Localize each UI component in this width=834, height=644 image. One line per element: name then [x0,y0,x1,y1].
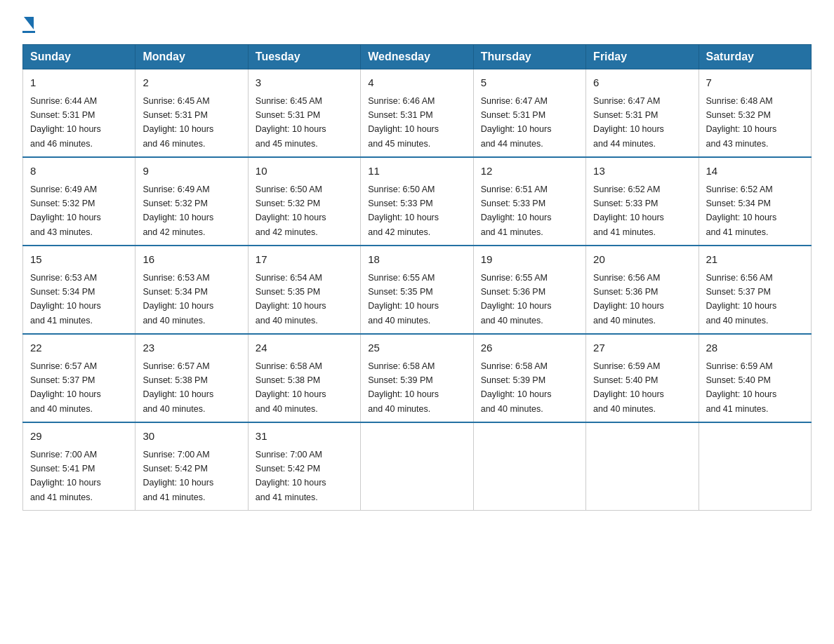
day-number: 13 [593,163,691,180]
calendar-cell: 23 Sunrise: 6:57 AMSunset: 5:38 PMDaylig… [135,334,248,422]
day-info: Sunrise: 6:50 AMSunset: 5:33 PMDaylight:… [368,185,439,237]
day-info: Sunrise: 7:00 AMSunset: 5:42 PMDaylight:… [143,450,213,502]
calendar-cell: 25 Sunrise: 6:58 AMSunset: 5:39 PMDaylig… [361,334,473,422]
calendar-header-row: SundayMondayTuesdayWednesdayThursdayFrid… [23,45,812,69]
day-info: Sunrise: 6:52 AMSunset: 5:33 PMDaylight:… [593,185,664,237]
calendar-cell: 9 Sunrise: 6:49 AMSunset: 5:32 PMDayligh… [135,157,248,246]
calendar-cell: 24 Sunrise: 6:58 AMSunset: 5:38 PMDaylig… [248,334,360,422]
calendar-cell: 18 Sunrise: 6:55 AMSunset: 5:35 PMDaylig… [361,246,473,334]
day-info: Sunrise: 6:58 AMSunset: 5:38 PMDaylight:… [256,361,326,414]
calendar-week-row: 8 Sunrise: 6:49 AMSunset: 5:32 PMDayligh… [23,157,812,246]
day-number: 2 [143,75,240,91]
day-info: Sunrise: 6:49 AMSunset: 5:32 PMDaylight:… [143,185,213,237]
day-number: 27 [593,340,691,356]
day-number: 1 [30,75,128,91]
calendar-cell: 2 Sunrise: 6:45 AMSunset: 5:31 PMDayligh… [135,69,248,158]
day-number: 24 [256,340,353,356]
day-number: 26 [481,340,578,356]
day-info: Sunrise: 6:54 AMSunset: 5:35 PMDaylight:… [256,273,326,326]
calendar-cell: 3 Sunrise: 6:45 AMSunset: 5:31 PMDayligh… [248,69,360,158]
calendar-cell [473,422,585,511]
day-info: Sunrise: 6:56 AMSunset: 5:36 PMDaylight:… [593,273,664,326]
day-info: Sunrise: 6:58 AMSunset: 5:39 PMDaylight:… [481,361,552,414]
calendar-cell: 30 Sunrise: 7:00 AMSunset: 5:42 PMDaylig… [135,422,248,511]
day-number: 17 [256,252,353,268]
calendar-cell: 12 Sunrise: 6:51 AMSunset: 5:33 PMDaylig… [473,157,585,246]
column-header-wednesday: Wednesday [361,45,473,69]
column-header-monday: Monday [135,45,248,69]
calendar-week-row: 1 Sunrise: 6:44 AMSunset: 5:31 PMDayligh… [23,69,812,158]
calendar-cell: 6 Sunrise: 6:47 AMSunset: 5:31 PMDayligh… [586,69,699,158]
day-number: 18 [368,252,465,268]
day-info: Sunrise: 6:59 AMSunset: 5:40 PMDaylight:… [706,361,777,414]
calendar-cell [586,422,699,511]
calendar-cell: 19 Sunrise: 6:55 AMSunset: 5:36 PMDaylig… [473,246,585,334]
day-number: 19 [481,252,578,268]
calendar-cell: 20 Sunrise: 6:56 AMSunset: 5:36 PMDaylig… [586,246,699,334]
day-number: 15 [30,252,128,268]
calendar-cell: 27 Sunrise: 6:59 AMSunset: 5:40 PMDaylig… [586,334,699,422]
day-number: 28 [706,340,804,356]
day-number: 8 [30,163,128,180]
day-number: 4 [368,75,465,91]
calendar-cell: 8 Sunrise: 6:49 AMSunset: 5:32 PMDayligh… [23,157,135,246]
calendar-cell: 11 Sunrise: 6:50 AMSunset: 5:33 PMDaylig… [361,157,473,246]
calendar-cell [699,422,811,511]
day-number: 12 [481,163,578,180]
column-header-saturday: Saturday [699,45,811,69]
day-number: 30 [143,429,240,445]
day-info: Sunrise: 7:00 AMSunset: 5:41 PMDaylight:… [30,450,101,502]
day-info: Sunrise: 6:46 AMSunset: 5:31 PMDaylight:… [368,96,439,149]
calendar-cell: 31 Sunrise: 7:00 AMSunset: 5:42 PMDaylig… [248,422,360,511]
day-number: 31 [256,429,353,445]
logo-underline [22,31,35,33]
calendar-table: SundayMondayTuesdayWednesdayThursdayFrid… [22,44,812,511]
calendar-cell: 10 Sunrise: 6:50 AMSunset: 5:32 PMDaylig… [248,157,360,246]
day-info: Sunrise: 6:45 AMSunset: 5:31 PMDaylight:… [256,96,326,149]
calendar-cell [361,422,473,511]
day-info: Sunrise: 6:53 AMSunset: 5:34 PMDaylight:… [30,273,101,326]
day-number: 10 [256,163,353,180]
calendar-week-row: 15 Sunrise: 6:53 AMSunset: 5:34 PMDaylig… [23,246,812,334]
day-number: 25 [368,340,465,356]
calendar-cell: 7 Sunrise: 6:48 AMSunset: 5:32 PMDayligh… [699,69,811,158]
day-number: 9 [143,163,240,180]
day-number: 5 [481,75,578,91]
day-number: 11 [368,163,465,180]
calendar-cell: 14 Sunrise: 6:52 AMSunset: 5:34 PMDaylig… [699,157,811,246]
day-info: Sunrise: 6:59 AMSunset: 5:40 PMDaylight:… [593,361,664,414]
day-info: Sunrise: 7:00 AMSunset: 5:42 PMDaylight:… [256,450,326,502]
column-header-thursday: Thursday [473,45,585,69]
calendar-cell: 1 Sunrise: 6:44 AMSunset: 5:31 PMDayligh… [23,69,135,158]
day-info: Sunrise: 6:58 AMSunset: 5:39 PMDaylight:… [368,361,439,414]
column-header-friday: Friday [586,45,699,69]
day-info: Sunrise: 6:50 AMSunset: 5:32 PMDaylight:… [256,185,326,237]
logo-triangle-icon [24,17,34,29]
day-number: 16 [143,252,240,268]
day-info: Sunrise: 6:49 AMSunset: 5:32 PMDaylight:… [30,185,101,237]
day-info: Sunrise: 6:57 AMSunset: 5:38 PMDaylight:… [143,361,213,414]
day-info: Sunrise: 6:53 AMSunset: 5:34 PMDaylight:… [143,273,213,326]
day-info: Sunrise: 6:47 AMSunset: 5:31 PMDaylight:… [481,96,552,149]
day-number: 23 [143,340,240,356]
calendar-cell: 29 Sunrise: 7:00 AMSunset: 5:41 PMDaylig… [23,422,135,511]
day-info: Sunrise: 6:45 AMSunset: 5:31 PMDaylight:… [143,96,213,149]
logo [22,17,35,33]
column-header-sunday: Sunday [23,45,135,69]
day-info: Sunrise: 6:47 AMSunset: 5:31 PMDaylight:… [593,96,664,149]
day-number: 14 [706,163,804,180]
page-header [22,17,812,33]
day-info: Sunrise: 6:56 AMSunset: 5:37 PMDaylight:… [706,273,777,326]
day-info: Sunrise: 6:52 AMSunset: 5:34 PMDaylight:… [706,185,777,237]
calendar-cell: 13 Sunrise: 6:52 AMSunset: 5:33 PMDaylig… [586,157,699,246]
calendar-week-row: 22 Sunrise: 6:57 AMSunset: 5:37 PMDaylig… [23,334,812,422]
day-number: 22 [30,340,128,356]
calendar-cell: 4 Sunrise: 6:46 AMSunset: 5:31 PMDayligh… [361,69,473,158]
calendar-cell: 22 Sunrise: 6:57 AMSunset: 5:37 PMDaylig… [23,334,135,422]
calendar-cell: 5 Sunrise: 6:47 AMSunset: 5:31 PMDayligh… [473,69,585,158]
day-number: 6 [593,75,691,91]
day-number: 3 [256,75,353,91]
calendar-week-row: 29 Sunrise: 7:00 AMSunset: 5:41 PMDaylig… [23,422,812,511]
day-number: 7 [706,75,804,91]
day-info: Sunrise: 6:48 AMSunset: 5:32 PMDaylight:… [706,96,777,149]
